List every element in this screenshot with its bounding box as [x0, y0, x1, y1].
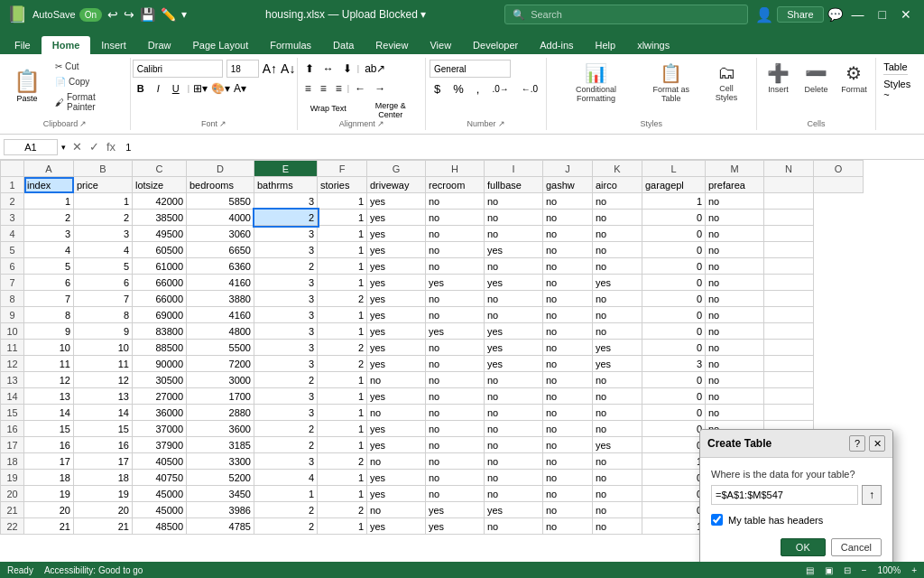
font-shrink-icon[interactable]: A↓: [281, 61, 295, 76]
cell-g1[interactable]: driveway: [367, 177, 426, 193]
cell[interactable]: no: [706, 242, 764, 258]
cell[interactable]: 3: [254, 388, 318, 405]
tab-home[interactable]: Home: [42, 36, 91, 54]
cell[interactable]: no: [706, 340, 764, 356]
cell[interactable]: no: [426, 210, 485, 226]
cell[interactable]: no: [593, 470, 642, 486]
cell[interactable]: 60500: [133, 242, 187, 258]
cell[interactable]: no: [593, 323, 642, 340]
undo-icon[interactable]: ↩: [107, 7, 118, 22]
cell[interactable]: 4785: [187, 518, 254, 535]
cell[interactable]: 1: [318, 210, 367, 226]
cell[interactable]: 1: [318, 421, 367, 437]
cell[interactable]: 1: [318, 226, 367, 242]
cell[interactable]: no: [426, 307, 485, 323]
cell[interactable]: 4160: [187, 307, 254, 323]
redo-icon[interactable]: ↪: [124, 7, 134, 22]
cell[interactable]: 3600: [187, 421, 254, 437]
cell[interactable]: 0: [642, 258, 706, 275]
cell[interactable]: no: [593, 372, 642, 388]
col-header-m[interactable]: M: [706, 161, 764, 177]
cell[interactable]: 2: [74, 210, 133, 226]
cell-d1[interactable]: bedrooms: [187, 177, 254, 193]
format-button[interactable]: ⚙ Format: [836, 60, 872, 97]
dialog-headers-checkbox[interactable]: [711, 514, 723, 526]
col-header-b[interactable]: B: [74, 161, 133, 177]
cell[interactable]: no: [543, 453, 593, 470]
cell[interactable]: 8: [24, 307, 74, 323]
cell[interactable]: 10: [24, 340, 74, 356]
cell[interactable]: 18: [74, 470, 133, 486]
format-as-table-button[interactable]: 📋 Format as Table: [640, 60, 702, 106]
tab-insert[interactable]: Insert: [90, 36, 137, 54]
create-table-dialog[interactable]: Create Table ? ✕ Where is the data for y…: [699, 429, 893, 562]
cell-c1[interactable]: lotsize: [133, 177, 187, 193]
cell[interactable]: yes: [367, 258, 426, 275]
cell[interactable]: no: [593, 486, 642, 502]
cell-k1[interactable]: airco: [593, 177, 642, 193]
tab-xlwings[interactable]: xlwings: [626, 36, 680, 54]
cell[interactable]: no: [706, 307, 764, 323]
cell[interactable]: 19: [24, 486, 74, 502]
cell[interactable]: 1: [642, 193, 706, 210]
cell[interactable]: no: [426, 388, 485, 405]
cell[interactable]: 2: [318, 291, 367, 307]
col-header-i[interactable]: I: [485, 161, 543, 177]
close-button[interactable]: ✕: [895, 5, 917, 23]
cell[interactable]: 5850: [187, 193, 254, 210]
cell[interactable]: [764, 388, 814, 405]
cell[interactable]: 1: [74, 193, 133, 210]
view-layout-icon[interactable]: ▣: [825, 565, 833, 575]
cell[interactable]: 3: [254, 340, 318, 356]
cell[interactable]: no: [485, 486, 543, 502]
dialog-question-button[interactable]: ?: [849, 435, 865, 452]
col-header-n[interactable]: N: [764, 161, 814, 177]
cell[interactable]: no: [485, 437, 543, 453]
cell[interactable]: yes: [485, 275, 543, 291]
font-expand-icon[interactable]: ↗: [219, 119, 226, 128]
cell[interactable]: 83800: [133, 323, 187, 340]
cell[interactable]: no: [543, 470, 593, 486]
cell[interactable]: yes: [367, 437, 426, 453]
tab-add-ins[interactable]: Add-ins: [529, 36, 584, 54]
tab-help[interactable]: Help: [585, 36, 627, 54]
cell[interactable]: no: [543, 372, 593, 388]
cell[interactable]: 0: [642, 340, 706, 356]
cell[interactable]: no: [426, 242, 485, 258]
cell[interactable]: no: [593, 518, 642, 535]
cell[interactable]: [764, 226, 814, 242]
cell[interactable]: no: [706, 356, 764, 372]
cell[interactable]: [764, 210, 814, 226]
cell[interactable]: 40500: [133, 453, 187, 470]
dialog-cancel-button[interactable]: Cancel: [831, 538, 882, 556]
cell[interactable]: 6: [24, 275, 74, 291]
cell[interactable]: yes: [426, 502, 485, 518]
dialog-close-button[interactable]: ✕: [869, 435, 885, 452]
cell[interactable]: 1: [318, 388, 367, 405]
more-icon[interactable]: ▾: [181, 8, 187, 21]
user-icon[interactable]: 👤: [755, 6, 773, 23]
zoom-in-icon[interactable]: +: [911, 565, 917, 575]
view-break-icon[interactable]: ⊟: [844, 565, 851, 575]
merge-center-button[interactable]: Merge & Center: [359, 99, 422, 117]
cell[interactable]: no: [485, 388, 543, 405]
cell[interactable]: 3300: [187, 453, 254, 470]
cell[interactable]: 3: [254, 356, 318, 372]
cell[interactable]: 3: [254, 275, 318, 291]
cell[interactable]: 2: [254, 437, 318, 453]
percent-button[interactable]: %: [448, 79, 468, 98]
cell[interactable]: no: [485, 226, 543, 242]
cell[interactable]: 4160: [187, 275, 254, 291]
cell[interactable]: no: [593, 421, 642, 437]
underline-button[interactable]: U: [168, 79, 184, 98]
cell[interactable]: 88500: [133, 340, 187, 356]
insert-function-button[interactable]: fx: [104, 140, 118, 154]
cell[interactable]: no: [543, 323, 593, 340]
col-header-a[interactable]: A: [24, 161, 74, 177]
cell[interactable]: no: [485, 518, 543, 535]
paste-button[interactable]: 📋 Paste: [7, 66, 47, 107]
cell[interactable]: 3060: [187, 226, 254, 242]
cell[interactable]: 1: [318, 470, 367, 486]
cell-f1[interactable]: stories: [318, 177, 367, 193]
cell[interactable]: 3450: [187, 486, 254, 502]
